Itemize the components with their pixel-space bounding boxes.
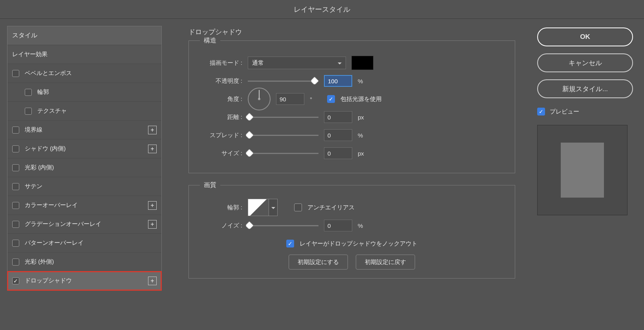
blend-mode-dropdown[interactable]: 通常 — [248, 57, 346, 69]
style-item-checkbox[interactable] — [12, 258, 19, 266]
distance-unit: px — [358, 114, 370, 121]
style-item-checkbox[interactable] — [12, 126, 19, 134]
style-item-label: テクスチャ — [37, 107, 157, 115]
style-item-3[interactable]: 境界線+ — [7, 121, 161, 139]
preview-inner — [561, 143, 604, 198]
noise-slider[interactable] — [248, 222, 318, 229]
structure-group: 構造 描画モード : 通常 不透明度 : 100 % — [188, 37, 515, 173]
global-light-label: 包括光源を使用 — [340, 95, 382, 103]
style-item-10[interactable]: 光彩 (外側) — [7, 253, 161, 271]
preview-checkbox[interactable] — [537, 108, 545, 116]
global-light-checkbox[interactable] — [327, 95, 335, 103]
style-item-label: 境界線 — [25, 126, 148, 134]
cancel-button[interactable]: キャンセル — [537, 53, 633, 72]
shadow-color-swatch[interactable] — [351, 56, 373, 70]
style-item-checkbox[interactable] — [12, 164, 19, 171]
size-unit: px — [358, 150, 370, 157]
style-item-9[interactable]: パターンオーバーレイ — [7, 234, 161, 253]
angle-dial[interactable] — [248, 88, 271, 110]
style-item-2[interactable]: テクスチャ — [7, 102, 161, 121]
style-item-7[interactable]: カラーオーバーレイ+ — [7, 196, 161, 215]
style-item-checkbox[interactable] — [12, 221, 19, 228]
style-item-label: サテン — [25, 183, 157, 190]
window-title: レイヤースタイル — [0, 0, 644, 19]
style-item-label: グラデーションオーバーレイ — [25, 220, 148, 228]
distance-input[interactable]: 0 — [324, 111, 352, 123]
add-effect-button[interactable]: + — [148, 201, 157, 210]
opacity-row: 不透明度 : 100 % — [200, 74, 504, 88]
reset-default-button[interactable]: 初期設定に戻す — [356, 255, 415, 270]
distance-row: 距離 : 0 px — [200, 110, 504, 124]
spread-unit: % — [358, 132, 370, 139]
opacity-label: 不透明度 : — [200, 77, 242, 85]
style-item-checkbox[interactable] — [12, 145, 19, 152]
styles-header[interactable]: スタイル — [7, 26, 161, 45]
add-effect-button[interactable]: + — [148, 220, 157, 229]
add-effect-button[interactable]: + — [148, 145, 157, 153]
style-item-checkbox[interactable] — [25, 89, 32, 96]
preview-label: プレビュー — [550, 108, 579, 116]
spread-input[interactable]: 0 — [324, 129, 352, 141]
knockout-checkbox[interactable] — [286, 240, 294, 248]
style-item-4[interactable]: シャドウ (内側)+ — [7, 139, 161, 158]
opacity-slider[interactable] — [248, 77, 318, 85]
chevron-down-icon — [271, 204, 275, 211]
style-item-checkbox[interactable] — [12, 202, 19, 209]
styles-list: スタイル レイヤー効果 ベベルとエンボス輪郭テクスチャ境界線+シャドウ (内側)… — [7, 26, 162, 291]
spread-row: スプレッド : 0 % — [200, 128, 504, 142]
drop-shadow-panel: ドロップシャドウ 構造 描画モード : 通常 不透明度 : 10 — [188, 28, 515, 286]
antialias-checkbox[interactable] — [294, 204, 302, 211]
structure-legend: 構造 — [200, 37, 220, 45]
add-effect-button[interactable]: + — [148, 126, 157, 134]
contour-picker[interactable] — [248, 199, 269, 216]
contour-row: 輪郭 : アンチエイリアス — [200, 200, 504, 214]
layer-effects-row[interactable]: レイヤー効果 — [7, 45, 161, 64]
style-item-label: 光彩 (外側) — [25, 258, 157, 266]
opacity-unit: % — [358, 78, 370, 84]
style-item-checkbox[interactable] — [12, 70, 19, 77]
styles-header-label: スタイル — [12, 31, 157, 40]
spread-slider[interactable] — [248, 131, 318, 139]
make-default-button[interactable]: 初期設定にする — [289, 255, 348, 270]
chevron-down-icon — [338, 60, 342, 66]
noise-input[interactable]: 0 — [324, 220, 352, 231]
blend-mode-label: 描画モード : — [200, 59, 242, 67]
style-item-checkbox[interactable] — [12, 183, 19, 190]
left-panel: スタイル レイヤー効果 ベベルとエンボス輪郭テクスチャ境界線+シャドウ (内側)… — [0, 19, 169, 330]
style-item-checkbox[interactable] — [12, 240, 19, 247]
distance-slider[interactable] — [248, 113, 318, 121]
angle-input[interactable]: 90 — [276, 93, 304, 105]
contour-dropdown[interactable] — [269, 199, 278, 216]
style-item-label: パターンオーバーレイ — [25, 239, 157, 247]
style-item-6[interactable]: サテン — [7, 177, 161, 196]
style-item-label: ドロップシャドウ — [25, 277, 148, 284]
style-item-label: ベベルとエンボス — [25, 70, 157, 77]
panel-title: ドロップシャドウ — [188, 28, 245, 37]
style-item-11[interactable]: ドロップシャドウ+ — [7, 271, 161, 290]
opacity-input[interactable]: 100 — [324, 75, 352, 87]
style-item-checkbox[interactable] — [12, 277, 19, 284]
size-input[interactable]: 0 — [324, 147, 352, 159]
knockout-row: レイヤーがドロップシャドウをノックアウト — [200, 236, 504, 251]
angle-label: 角度 : — [200, 95, 242, 103]
style-item-8[interactable]: グラデーションオーバーレイ+ — [7, 215, 161, 234]
add-effect-button[interactable]: + — [148, 277, 157, 285]
ok-button[interactable]: OK — [537, 28, 633, 46]
distance-label: 距離 : — [200, 114, 242, 121]
size-label: サイズ : — [200, 150, 242, 157]
style-item-1[interactable]: 輪郭 — [7, 83, 161, 102]
defaults-button-row: 初期設定にする 初期設定に戻す — [200, 255, 504, 270]
noise-label: ノイズ : — [200, 222, 242, 229]
style-item-label: カラーオーバーレイ — [25, 202, 148, 209]
noise-row: ノイズ : 0 % — [200, 218, 504, 233]
size-row: サイズ : 0 px — [200, 146, 504, 160]
angle-unit: ° — [310, 96, 322, 103]
style-item-0[interactable]: ベベルとエンボス — [7, 64, 161, 83]
noise-unit: % — [358, 222, 370, 229]
style-item-checkbox[interactable] — [25, 108, 32, 115]
quality-group: 画質 輪郭 : アンチエイリアス ノイズ : 0 % — [188, 181, 515, 279]
new-style-button[interactable]: 新規スタイル... — [537, 79, 633, 98]
style-item-5[interactable]: 光彩 (内側) — [7, 158, 161, 177]
size-slider[interactable] — [248, 149, 318, 157]
contour-label: 輪郭 : — [200, 204, 242, 211]
